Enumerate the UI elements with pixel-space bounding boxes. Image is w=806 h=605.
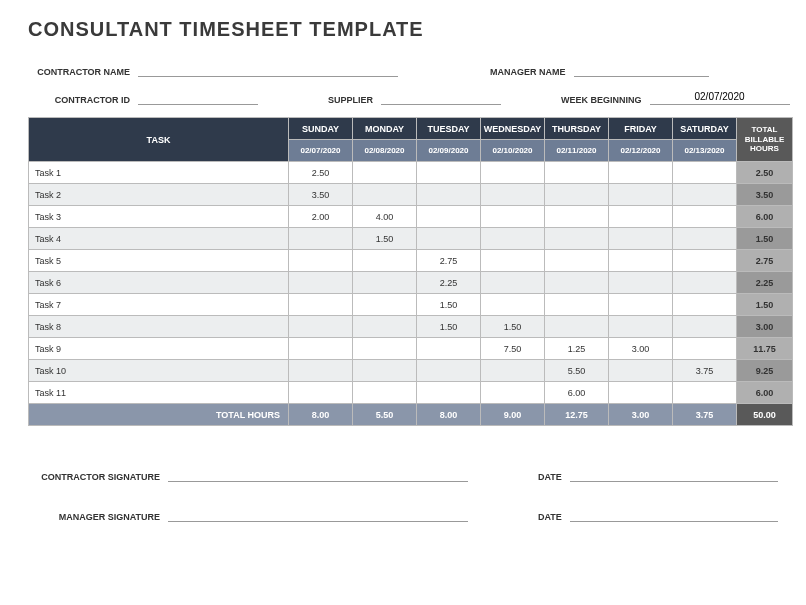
manager-date-line[interactable] <box>570 506 778 522</box>
hours-cell[interactable] <box>353 162 417 184</box>
manager-signature-line[interactable] <box>168 506 468 522</box>
hours-cell[interactable] <box>289 250 353 272</box>
hours-cell[interactable] <box>481 272 545 294</box>
hours-cell[interactable] <box>545 184 609 206</box>
hours-cell[interactable] <box>353 294 417 316</box>
task-cell[interactable]: Task 2 <box>29 184 289 206</box>
hours-cell[interactable] <box>481 382 545 404</box>
page-title: CONSULTANT TIMESHEET TEMPLATE <box>28 18 778 41</box>
task-cell[interactable]: Task 3 <box>29 206 289 228</box>
task-cell[interactable]: Task 5 <box>29 250 289 272</box>
task-cell[interactable]: Task 8 <box>29 316 289 338</box>
hours-cell[interactable] <box>289 272 353 294</box>
task-cell[interactable]: Task 11 <box>29 382 289 404</box>
hours-cell[interactable] <box>673 228 737 250</box>
hours-cell[interactable] <box>481 206 545 228</box>
hours-cell[interactable] <box>353 316 417 338</box>
hours-cell[interactable] <box>289 360 353 382</box>
task-cell[interactable]: Task 10 <box>29 360 289 382</box>
week-beginning-input[interactable] <box>650 89 790 105</box>
task-cell[interactable]: Task 1 <box>29 162 289 184</box>
hours-cell[interactable] <box>481 228 545 250</box>
hours-cell[interactable] <box>289 228 353 250</box>
hours-cell[interactable] <box>673 338 737 360</box>
hours-cell[interactable] <box>481 162 545 184</box>
hours-cell[interactable]: 6.00 <box>545 382 609 404</box>
hours-cell[interactable] <box>609 228 673 250</box>
contractor-id-input[interactable] <box>138 89 258 105</box>
hours-cell[interactable] <box>673 382 737 404</box>
hours-cell[interactable] <box>417 184 481 206</box>
hours-cell[interactable] <box>417 206 481 228</box>
supplier-input[interactable] <box>381 89 501 105</box>
hours-cell[interactable] <box>417 360 481 382</box>
task-cell[interactable]: Task 6 <box>29 272 289 294</box>
hours-cell[interactable] <box>289 316 353 338</box>
hours-cell[interactable]: 5.50 <box>545 360 609 382</box>
hours-cell[interactable]: 1.50 <box>417 316 481 338</box>
hours-cell[interactable] <box>353 338 417 360</box>
hours-cell[interactable] <box>673 316 737 338</box>
hours-cell[interactable] <box>481 250 545 272</box>
hours-cell[interactable] <box>353 272 417 294</box>
hours-cell[interactable] <box>289 382 353 404</box>
task-cell[interactable]: Task 4 <box>29 228 289 250</box>
hours-cell[interactable] <box>481 184 545 206</box>
hours-cell[interactable]: 3.00 <box>609 338 673 360</box>
hours-cell[interactable]: 1.25 <box>545 338 609 360</box>
hours-cell[interactable] <box>673 250 737 272</box>
hours-cell[interactable] <box>673 184 737 206</box>
task-cell[interactable]: Task 9 <box>29 338 289 360</box>
contractor-date-line[interactable] <box>570 466 778 482</box>
hours-cell[interactable] <box>609 162 673 184</box>
hours-cell[interactable]: 1.50 <box>417 294 481 316</box>
hours-cell[interactable]: 4.00 <box>353 206 417 228</box>
hours-cell[interactable] <box>673 162 737 184</box>
hours-cell[interactable] <box>417 382 481 404</box>
hours-cell[interactable]: 2.25 <box>417 272 481 294</box>
hours-cell[interactable]: 1.50 <box>481 316 545 338</box>
hours-cell[interactable] <box>609 250 673 272</box>
hours-cell[interactable] <box>609 316 673 338</box>
hours-cell[interactable] <box>545 272 609 294</box>
hours-cell[interactable]: 3.75 <box>673 360 737 382</box>
hours-cell[interactable] <box>481 360 545 382</box>
hours-cell[interactable] <box>609 294 673 316</box>
table-row: Task 71.501.50 <box>29 294 793 316</box>
hours-cell[interactable]: 2.00 <box>289 206 353 228</box>
hours-cell[interactable] <box>545 316 609 338</box>
hours-cell[interactable]: 3.50 <box>289 184 353 206</box>
hours-cell[interactable] <box>545 294 609 316</box>
hours-cell[interactable] <box>609 382 673 404</box>
hours-cell[interactable] <box>481 294 545 316</box>
hours-cell[interactable] <box>673 272 737 294</box>
hours-cell[interactable] <box>545 162 609 184</box>
hours-cell[interactable]: 7.50 <box>481 338 545 360</box>
hours-cell[interactable] <box>417 338 481 360</box>
hours-cell[interactable]: 1.50 <box>353 228 417 250</box>
hours-cell[interactable] <box>609 360 673 382</box>
hours-cell[interactable] <box>353 184 417 206</box>
task-cell[interactable]: Task 7 <box>29 294 289 316</box>
hours-cell[interactable] <box>673 206 737 228</box>
hours-cell[interactable] <box>545 228 609 250</box>
manager-name-label: MANAGER NAME <box>490 67 574 77</box>
manager-name-input[interactable] <box>574 61 709 77</box>
hours-cell[interactable] <box>673 294 737 316</box>
hours-cell[interactable]: 2.75 <box>417 250 481 272</box>
hours-cell[interactable] <box>545 250 609 272</box>
hours-cell[interactable] <box>417 228 481 250</box>
hours-cell[interactable] <box>417 162 481 184</box>
hours-cell[interactable] <box>545 206 609 228</box>
hours-cell[interactable] <box>289 338 353 360</box>
hours-cell[interactable] <box>353 360 417 382</box>
hours-cell[interactable] <box>289 294 353 316</box>
hours-cell[interactable]: 2.50 <box>289 162 353 184</box>
hours-cell[interactable] <box>609 272 673 294</box>
contractor-signature-line[interactable] <box>168 466 468 482</box>
hours-cell[interactable] <box>609 206 673 228</box>
hours-cell[interactable] <box>609 184 673 206</box>
hours-cell[interactable] <box>353 382 417 404</box>
contractor-name-input[interactable] <box>138 61 398 77</box>
hours-cell[interactable] <box>353 250 417 272</box>
